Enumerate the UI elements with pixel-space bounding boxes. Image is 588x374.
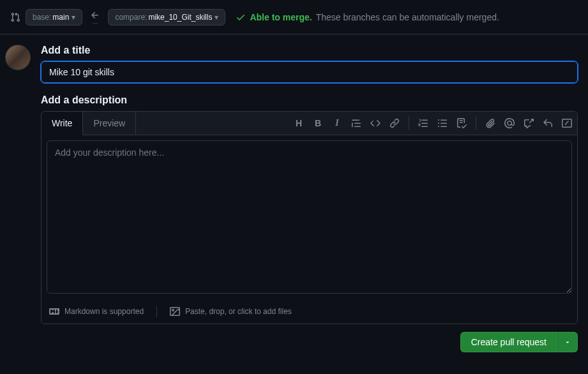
markdown-text: Markdown is supported [64,307,144,316]
tasklist-icon[interactable] [456,118,467,128]
cross-reference-icon[interactable] [524,118,534,128]
create-pr-group: Create pull request [460,332,578,352]
arrow-left-icon: … [87,10,103,24]
base-value: main [52,13,69,22]
slash-command-icon[interactable] [562,118,572,128]
compare-value: mike_10_Git_skills [148,13,212,22]
toolbar-separator [409,117,409,130]
base-label: base: [33,13,51,22]
ordered-list-icon[interactable] [418,118,428,128]
create-pull-request-dropdown[interactable] [557,332,578,352]
base-branch-selector[interactable]: base: main ▾ [26,9,82,26]
editor-footer: Markdown is supported Paste, drop, or cl… [41,301,577,324]
code-icon[interactable] [370,118,381,128]
markdown-supported[interactable]: Markdown is supported [49,306,144,317]
attach-text: Paste, drop, or click to add files [185,307,292,316]
quote-icon[interactable] [351,118,361,128]
tab-preview[interactable]: Preview [83,112,136,135]
title-label: Add a title [41,45,578,56]
compare-bar: base: main ▾ … compare: mike_10_Git_skil… [0,0,588,34]
link-icon[interactable] [389,118,400,128]
description-box: Write Preview H B I [41,111,578,324]
italic-icon[interactable]: I [332,118,342,128]
check-icon [236,12,246,22]
reply-icon[interactable] [543,118,553,128]
heading-icon[interactable]: H [294,118,304,128]
unordered-list-icon[interactable] [437,118,448,128]
tab-write[interactable]: Write [41,112,83,135]
merge-able-text: Able to merge. [250,12,312,22]
bold-icon[interactable]: B [313,118,323,128]
attach-icon[interactable] [485,118,495,128]
compare-branch-selector[interactable]: compare: mike_10_Git_skills ▾ [108,9,225,26]
create-pull-request-button[interactable]: Create pull request [460,332,557,352]
description-textarea[interactable] [47,140,572,294]
compare-label: compare: [115,13,147,22]
avatar [5,45,31,70]
image-icon [170,306,180,317]
caret-down-icon [564,339,571,345]
editor-tabs: Write Preview H B I [41,112,577,135]
actions-row: Create pull request [41,332,578,352]
title-input[interactable] [41,61,578,83]
pull-request-icon [10,12,20,22]
markdown-icon [49,306,59,317]
mention-icon[interactable] [504,118,515,128]
merge-message: These branches can be automatically merg… [316,12,499,22]
merge-status: Able to merge. These branches can be aut… [236,12,499,22]
markdown-toolbar: H B I [294,117,572,130]
caret-down-icon: ▾ [215,13,218,22]
toolbar-separator [476,117,476,130]
caret-down-icon: ▾ [72,13,75,22]
attach-files[interactable]: Paste, drop, or click to add files [170,306,292,317]
footer-separator [156,306,157,317]
description-label: Add a description [41,94,578,106]
